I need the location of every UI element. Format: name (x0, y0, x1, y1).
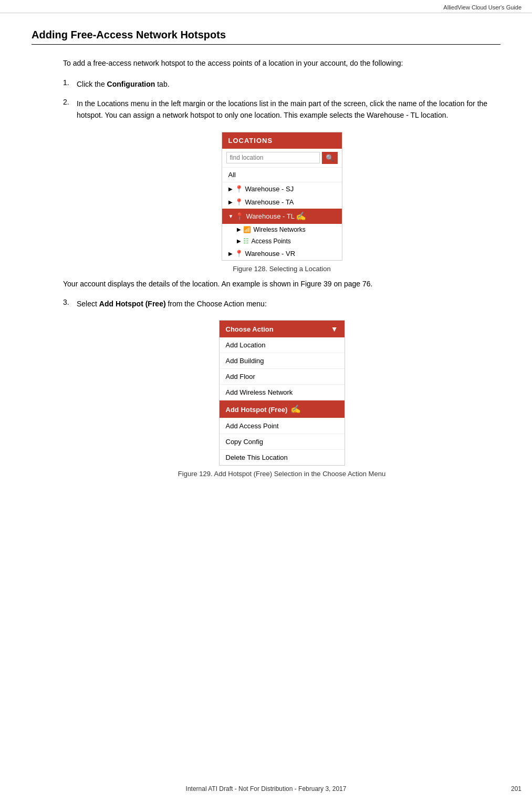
cursor-icon-tl: ✍ (296, 211, 306, 221)
guide-title: AlliedView Cloud User's Guide (443, 4, 521, 11)
locations-search-button[interactable]: 🔍 (322, 152, 338, 164)
wifi-icon: 📶 (243, 226, 251, 233)
action-add-location[interactable]: Add Location (220, 337, 345, 353)
access-points-label: Access Points (252, 238, 291, 245)
locations-search-input[interactable] (226, 152, 320, 163)
choose-action-title: Choose Action (226, 325, 274, 333)
step-2-text: In the Locations menu in the left margin… (77, 98, 500, 121)
step-1: 1. Click the Configuration tab. (63, 78, 500, 90)
step-3-text: Select Add Hotspot (Free) from the Choos… (77, 298, 267, 310)
arrow-vr: ▶ (228, 251, 233, 256)
location-label-tl: Warehouse - TL (246, 212, 295, 220)
figure-128-container: LOCATIONS 🔍 All ▶ 📍 Warehouse - SJ ▶ 📍 W… (63, 132, 500, 273)
location-item-tl[interactable]: ▼ 📍 Warehouse - TL ✍ (222, 209, 342, 224)
page-header: AlliedView Cloud User's Guide (0, 0, 532, 13)
action-add-wireless-network[interactable]: Add Wireless Network (220, 385, 345, 400)
cursor-icon-hotspot: ✍ (290, 404, 301, 414)
page-title: Adding Free-Access Network Hotspots (32, 29, 500, 45)
choose-action-panel: Choose Action ▼ Add Location Add Buildin… (219, 320, 345, 466)
step-1-after: tab. (155, 80, 169, 88)
location-label-sj: Warehouse - SJ (245, 185, 294, 193)
sub-item-access-points[interactable]: ▶ ☷ Access Points (222, 235, 342, 247)
locations-panel: LOCATIONS 🔍 All ▶ 📍 Warehouse - SJ ▶ 📍 W… (222, 132, 342, 261)
location-item-vr[interactable]: ▶ 📍 Warehouse - VR (222, 247, 342, 260)
locations-panel-header: LOCATIONS (222, 132, 342, 149)
action-add-floor[interactable]: Add Floor (220, 369, 345, 385)
location-item-ta[interactable]: ▶ 📍 Warehouse - TA (222, 195, 342, 209)
step-2-num: 2. (63, 98, 77, 121)
footer-text: Internal ATI Draft - Not For Distributio… (186, 785, 347, 792)
page-content: Adding Free-Access Network Hotspots To a… (0, 13, 532, 519)
figure-128-caption: Figure 128. Selecting a Location (233, 265, 330, 273)
step-1-bold: Configuration (107, 80, 155, 88)
step-3-after: from the Choose Action menu: (166, 300, 267, 308)
page-footer: Internal ATI Draft - Not For Distributio… (0, 785, 532, 792)
choose-action-header: Choose Action ▼ (220, 321, 345, 337)
pin-icon-sj: 📍 (235, 185, 243, 193)
arrow-access: ▶ (237, 238, 241, 244)
location-label-vr: Warehouse - VR (245, 250, 296, 258)
location-item-sj[interactable]: ▶ 📍 Warehouse - SJ (222, 182, 342, 195)
location-all-item[interactable]: All (222, 168, 342, 182)
sub-item-wireless-networks[interactable]: ▶ 📶 Wireless Networks (222, 224, 342, 235)
pin-icon-vr: 📍 (235, 250, 243, 258)
pin-icon-tl: 📍 (235, 212, 244, 220)
action-add-access-point[interactable]: Add Access Point (220, 418, 345, 434)
figure-129-caption: Figure 129. Add Hotspot (Free) Selection… (178, 470, 385, 478)
locations-search-row: 🔍 (222, 149, 342, 168)
figure-129-container: Choose Action ▼ Add Location Add Buildin… (63, 320, 500, 478)
action-delete-location[interactable]: Delete This Location (220, 450, 345, 465)
grid-icon: ☷ (243, 238, 249, 245)
step-1-text: Click the Configuration tab. (77, 78, 170, 90)
step-3: 3. Select Add Hotspot (Free) from the Ch… (63, 298, 500, 310)
step-2: 2. In the Locations menu in the left mar… (63, 98, 500, 121)
chevron-down-icon: ▼ (331, 325, 338, 333)
steps-block: 1. Click the Configuration tab. 2. In th… (63, 78, 500, 478)
location-label-ta: Warehouse - TA (245, 198, 294, 206)
step-3-bold: Add Hotspot (Free) (99, 300, 166, 308)
action-add-hotspot-free[interactable]: Add Hotspot (Free) ✍ (220, 400, 345, 418)
action-copy-config[interactable]: Copy Config (220, 434, 345, 450)
wireless-networks-label: Wireless Networks (254, 226, 306, 233)
step-1-num: 1. (63, 78, 77, 90)
arrow-wireless: ▶ (237, 227, 241, 232)
page-number: 201 (511, 785, 521, 792)
arrow-tl: ▼ (228, 213, 234, 219)
intro-text: To add a free-access network hotspot to … (63, 57, 500, 69)
action-add-building[interactable]: Add Building (220, 353, 345, 369)
arrow-ta: ▶ (228, 199, 233, 205)
step-3-num: 3. (63, 298, 77, 310)
between-text: Your account displays the details of the… (63, 278, 500, 290)
pin-icon-ta: 📍 (235, 198, 243, 206)
arrow-sj: ▶ (228, 186, 233, 192)
